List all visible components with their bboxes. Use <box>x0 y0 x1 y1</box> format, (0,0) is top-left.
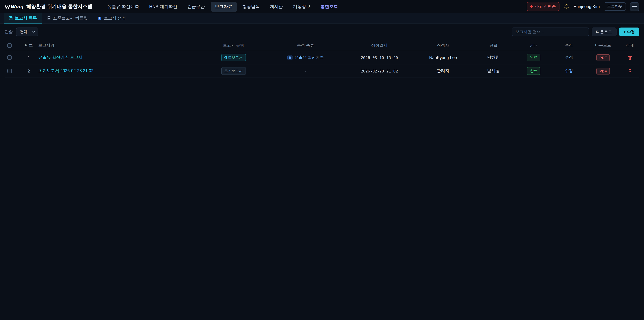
edit-link[interactable]: 수정 <box>565 55 573 60</box>
tab-report-template-label: 표준보고서 템플릿 <box>53 15 88 21</box>
table-row: 2 초기보고서 2026-02-28 21:02 초기보고서 - 2026-02… <box>5 65 639 78</box>
header-name: 보고서명 <box>38 43 200 48</box>
tab-report-list[interactable]: 보고서 목록 <box>4 14 42 24</box>
author-name: NanKyung Lee <box>429 55 457 60</box>
header-region: 관할 <box>472 43 515 48</box>
pdf-download-button[interactable]: PDF <box>596 68 610 74</box>
incident-badge-label: 사고 진행중 <box>535 4 556 10</box>
brand: Wing 해양환경 위기대응 통합시스템 <box>5 3 92 10</box>
header-analysis: 분석 종류 <box>267 43 344 48</box>
wing-icon <box>5 4 10 9</box>
app-logo: Wing <box>5 4 24 10</box>
header-author: 작성자 <box>414 43 472 48</box>
nav-item-board[interactable]: 게시판 <box>266 2 287 12</box>
status-badge: 완료 <box>527 67 540 75</box>
header-created: 생성일시 <box>344 43 414 48</box>
report-name-link[interactable]: 유출유 확산예측 보고서 <box>38 55 82 60</box>
header-num: 번호 <box>20 43 38 48</box>
header-edit: 수정 <box>552 43 586 48</box>
user-name: Eunjeong Kim <box>574 4 600 9</box>
logout-button[interactable]: 로그아웃 <box>604 2 626 11</box>
table-header-row: 번호 보고서명 보고서 유형 분석 종류 생성일시 작성자 관할 상태 수정 다… <box>5 40 639 51</box>
tab-report-create-label: 보고서 생성 <box>104 15 126 21</box>
row-checkbox[interactable] <box>8 69 12 73</box>
pdf-download-button[interactable]: PDF <box>596 54 610 61</box>
header-type: 보고서 유형 <box>200 43 267 48</box>
oil-spill-analysis-icon <box>288 55 292 60</box>
tab-report-create[interactable]: 보고서 생성 <box>93 14 131 24</box>
analysis-type-label: 유출유 확산예측 <box>294 55 324 60</box>
region-select-value: 전체 <box>20 29 28 35</box>
create-report-icon <box>98 16 102 20</box>
row-num: 2 <box>20 69 38 73</box>
report-table: 번호 보고서명 보고서 유형 분석 종류 생성일시 작성자 관할 상태 수정 다… <box>0 40 644 78</box>
chevron-down-icon <box>32 31 35 33</box>
incident-status-badge: 사고 진행중 <box>526 2 560 11</box>
nav-item-integrated-search[interactable]: 통합조회 <box>316 2 342 12</box>
nav-item-air-search[interactable]: 항공탐색 <box>238 2 264 12</box>
create-button[interactable]: + 수정 <box>619 28 639 36</box>
row-checkbox[interactable] <box>8 55 12 60</box>
region-value: 남해청 <box>487 68 500 74</box>
nav-item-hns[interactable]: HNS·대기확산 <box>145 2 182 12</box>
created-datetime: 2026-02-28 21:02 <box>361 69 398 73</box>
filter-bar: 관할 전체 다운로드 + 수정 <box>0 24 644 40</box>
logo-text: Wing <box>11 4 24 10</box>
delete-button[interactable] <box>627 68 633 74</box>
tab-report-list-label: 보고서 목록 <box>15 15 37 21</box>
main-nav: 유출유 확산예측 HNS·대기확산 긴급구난 보고자료 항공탐색 게시판 기상정… <box>103 2 342 12</box>
hamburger-menu-icon[interactable] <box>630 2 639 11</box>
download-button[interactable]: 다운로드 <box>592 28 616 36</box>
report-tabs: 보고서 목록 표준보고서 템플릿 보고서 생성 <box>0 14 644 24</box>
document-icon <box>47 16 51 20</box>
region-value: 남해청 <box>487 55 500 60</box>
app-root: Wing 해양환경 위기대응 통합시스템 유출유 확산예측 HNS·대기확산 긴… <box>0 0 644 320</box>
filter-bar-right: 다운로드 + 수정 <box>512 28 639 36</box>
row-num: 1 <box>20 55 38 60</box>
region-select[interactable]: 전체 <box>16 28 38 36</box>
report-search-input[interactable] <box>512 28 589 36</box>
header-status: 상태 <box>515 43 552 48</box>
report-type-badge: 예측보고서 <box>221 54 246 61</box>
table-row: 1 유출유 확산예측 보고서 예측보고서 유출유 확산예측 2026-03-10… <box>5 51 639 65</box>
incident-dot-icon <box>530 5 533 8</box>
tab-report-template[interactable]: 표준보고서 템플릿 <box>42 14 92 24</box>
analysis-type-empty: - <box>305 69 306 73</box>
top-header: Wing 해양환경 위기대응 통합시스템 유출유 확산예측 HNS·대기확산 긴… <box>0 0 644 14</box>
notification-bell-icon[interactable] <box>564 4 570 10</box>
nav-item-oil-spill[interactable]: 유출유 확산예측 <box>103 2 144 12</box>
nav-item-weather[interactable]: 기상정보 <box>289 2 315 12</box>
header-download: 다운로드 <box>586 43 620 48</box>
created-datetime: 2026-03-10 15:40 <box>361 55 398 60</box>
select-all-checkbox[interactable] <box>8 43 12 48</box>
edit-link[interactable]: 수정 <box>565 68 573 74</box>
trash-icon <box>628 55 632 60</box>
delete-button[interactable] <box>627 55 633 61</box>
status-badge: 완료 <box>527 54 540 61</box>
nav-item-rescue[interactable]: 긴급구난 <box>183 2 209 12</box>
topbar-right: 사고 진행중 Eunjeong Kim 로그아웃 <box>526 2 639 11</box>
report-name-link[interactable]: 초기보고서 2026-02-28 21:02 <box>38 68 94 74</box>
trash-icon <box>628 69 632 73</box>
header-delete: 삭제 <box>620 43 639 48</box>
nav-item-reports[interactable]: 보고자료 <box>210 2 237 12</box>
author-name: 관리자 <box>437 68 450 74</box>
app-title: 해양환경 위기대응 통합시스템 <box>26 3 92 10</box>
region-filter-label: 관할 <box>5 29 13 35</box>
list-icon <box>9 16 13 20</box>
report-type-badge: 초기보고서 <box>221 67 246 75</box>
